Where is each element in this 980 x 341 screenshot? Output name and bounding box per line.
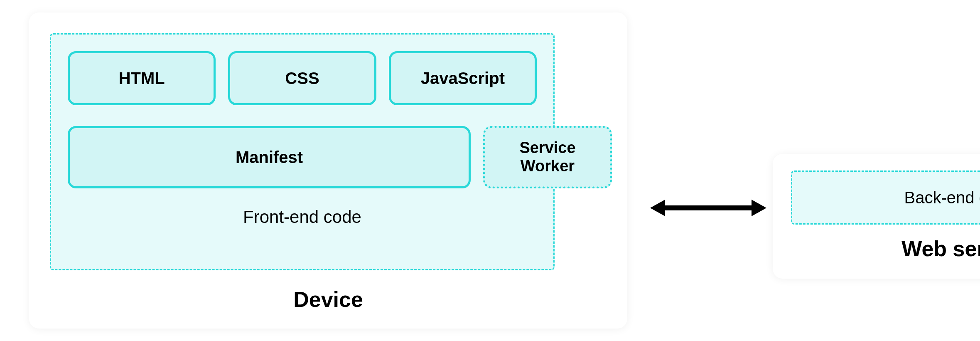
tech-row: HTML CSS JavaScript xyxy=(68,51,537,105)
svg-marker-2 xyxy=(752,200,766,216)
svg-marker-1 xyxy=(650,200,665,216)
css-box: CSS xyxy=(228,51,376,105)
backend-code-box: Back-end code xyxy=(791,170,980,225)
device-title: Device xyxy=(50,287,607,312)
html-box: HTML xyxy=(68,51,216,105)
manifest-box: Manifest xyxy=(68,126,471,188)
web-server-title: Web server xyxy=(791,236,980,261)
frontend-code-label: Front-end code xyxy=(68,207,537,227)
frontend-code-container: HTML CSS JavaScript Manifest Service Wor… xyxy=(50,33,555,270)
js-box: JavaScript xyxy=(389,51,537,105)
manifest-label: Manifest xyxy=(236,148,303,167)
html-label: HTML xyxy=(119,69,165,88)
web-server-card: Back-end code Web server xyxy=(773,154,980,279)
service-worker-label: Service Worker xyxy=(519,139,575,175)
css-label: CSS xyxy=(285,69,319,88)
device-card: HTML CSS JavaScript Manifest Service Wor… xyxy=(29,12,627,329)
backend-code-label: Back-end code xyxy=(904,188,980,207)
service-worker-box: Service Worker xyxy=(483,126,612,188)
bidirectional-arrow-icon xyxy=(650,195,766,220)
js-label: JavaScript xyxy=(421,69,505,88)
